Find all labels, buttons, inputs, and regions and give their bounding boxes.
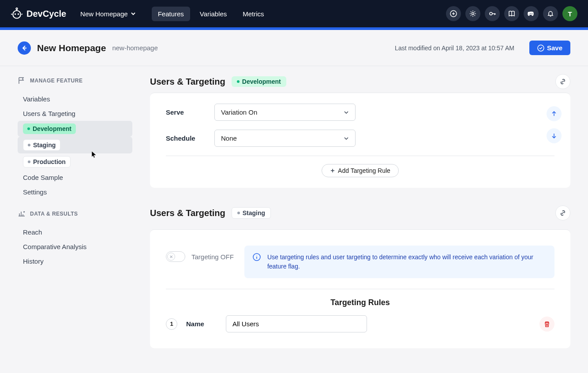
- schedule-select[interactable]: None: [214, 130, 356, 147]
- plus-circle-icon: [450, 10, 457, 17]
- status-dot-icon: [28, 160, 30, 163]
- section-head-development: Users & Targeting Development: [150, 74, 570, 89]
- logo[interactable]: DevCycle: [11, 7, 66, 20]
- move-down-button[interactable]: [547, 128, 562, 143]
- last-modified: Last modified on April 18, 2023 at 10:57…: [395, 45, 514, 52]
- link-icon: [559, 209, 566, 216]
- logo-icon: [11, 7, 23, 20]
- status-dot-icon: [28, 144, 30, 146]
- brand-text: DevCycle: [26, 9, 66, 19]
- docs-button[interactable]: [504, 6, 519, 21]
- bell-icon: [547, 10, 554, 17]
- add-targeting-rule-button[interactable]: Add Targeting Rule: [322, 164, 399, 177]
- env-badge-development: Development: [232, 76, 286, 87]
- manage-feature-label: MANAGE FEATURE: [18, 77, 132, 85]
- svg-point-0: [13, 11, 21, 19]
- info-icon: [252, 253, 261, 261]
- svg-point-1: [15, 13, 16, 15]
- sidebar: MANAGE FEATURE Variables Users & Targeti…: [0, 66, 141, 373]
- user-avatar[interactable]: T: [562, 6, 577, 21]
- name-label: Name: [186, 320, 217, 328]
- svg-point-7: [490, 12, 492, 15]
- status-dot-icon: [27, 127, 30, 130]
- top-nav: DevCycle New Homepage Features Variables…: [0, 0, 588, 27]
- move-up-button[interactable]: [547, 106, 562, 121]
- status-dot-icon: [237, 80, 240, 83]
- svg-point-2: [18, 13, 19, 15]
- arrow-down-icon: [551, 133, 557, 139]
- svg-point-8: [530, 13, 531, 14]
- chevron-down-icon: [344, 136, 349, 141]
- trash-icon: [543, 321, 551, 328]
- env-badge-staging: Staging: [232, 207, 271, 219]
- svg-point-4: [16, 8, 18, 10]
- section-head-staging: Users & Targeting Staging: [150, 205, 570, 220]
- sidebar-item-history[interactable]: History: [18, 254, 132, 269]
- rule-name-input[interactable]: [226, 315, 367, 332]
- status-dot-icon: [237, 212, 240, 214]
- data-results-label: DATA & RESULTS: [18, 210, 132, 218]
- chart-icon: [18, 210, 26, 218]
- topnav-right: T: [446, 6, 577, 21]
- delete-rule-button[interactable]: [539, 317, 554, 332]
- keys-button[interactable]: [485, 6, 500, 21]
- sidebar-env-staging[interactable]: Staging: [18, 137, 132, 153]
- page-slug: new-homepage: [112, 44, 157, 52]
- sidebar-item-reach[interactable]: Reach: [18, 225, 132, 239]
- link-icon: [559, 78, 566, 85]
- tab-features[interactable]: Features: [152, 7, 190, 21]
- page-header: New Homepage new-homepage Last modified …: [0, 30, 588, 66]
- info-banner: Use targeting rules and user targeting t…: [244, 246, 554, 278]
- sidebar-env-production[interactable]: Production: [18, 153, 132, 170]
- sidebar-item-comparative[interactable]: Comparative Analysis: [18, 239, 132, 254]
- discord-button[interactable]: [524, 6, 539, 21]
- book-icon: [508, 10, 515, 17]
- sidebar-env-development[interactable]: Development: [18, 121, 132, 137]
- targeting-toggle[interactable]: ✕: [166, 251, 185, 262]
- copy-link-button[interactable]: [555, 205, 570, 220]
- flag-icon: [18, 77, 26, 85]
- gear-icon: [469, 10, 476, 17]
- chevron-down-icon: [344, 110, 349, 115]
- arrow-up-icon: [551, 111, 557, 117]
- save-button[interactable]: Save: [529, 41, 570, 55]
- notifications-button[interactable]: [543, 6, 558, 21]
- schedule-label: Schedule: [166, 134, 197, 142]
- plus-icon: [330, 168, 335, 173]
- section-title: Users & Targeting: [150, 208, 225, 218]
- tab-variables[interactable]: Variables: [194, 7, 233, 21]
- project-switcher[interactable]: New Homepage: [80, 10, 136, 18]
- sidebar-item-variables[interactable]: Variables: [18, 92, 132, 106]
- info-text: Use targeting rules and user targeting t…: [267, 253, 547, 271]
- svg-point-6: [472, 13, 474, 15]
- discord-icon: [528, 10, 535, 17]
- key-icon: [489, 10, 496, 17]
- sidebar-item-settings[interactable]: Settings: [18, 185, 132, 199]
- project-name: New Homepage: [80, 10, 128, 18]
- serve-label: Serve: [166, 108, 197, 116]
- copy-link-button[interactable]: [555, 74, 570, 89]
- targeting-rules-heading: Targeting Rules: [166, 289, 554, 307]
- check-circle-icon: [537, 45, 544, 52]
- reorder-arrows: [547, 106, 562, 143]
- sidebar-item-users-targeting[interactable]: Users & Targeting: [18, 106, 132, 121]
- rule-row: 1 Name: [166, 315, 554, 332]
- arrow-left-icon: [21, 45, 28, 52]
- svg-point-9: [532, 13, 532, 14]
- targeting-card-staging: ✕ Targeting OFF Use targeting rules and …: [150, 229, 570, 348]
- nav-tabs: Features Variables Metrics: [152, 7, 270, 21]
- toggle-knob: ✕: [167, 253, 175, 261]
- main-content: Users & Targeting Development Serve Vari…: [141, 66, 588, 373]
- rule-number: 1: [166, 318, 177, 330]
- back-button[interactable]: [18, 41, 31, 55]
- tab-metrics[interactable]: Metrics: [236, 7, 270, 21]
- settings-button[interactable]: [465, 6, 480, 21]
- targeting-card-development: Serve Variation On Schedule None: [150, 93, 570, 188]
- serve-select[interactable]: Variation On: [214, 104, 356, 121]
- sidebar-item-code-sample[interactable]: Code Sample: [18, 170, 132, 185]
- targeting-toggle-label: Targeting OFF: [191, 253, 234, 261]
- page-title: New Homepage: [37, 43, 106, 53]
- section-title: Users & Targeting: [150, 77, 225, 87]
- add-button[interactable]: [446, 6, 461, 21]
- chevron-down-icon: [131, 11, 136, 16]
